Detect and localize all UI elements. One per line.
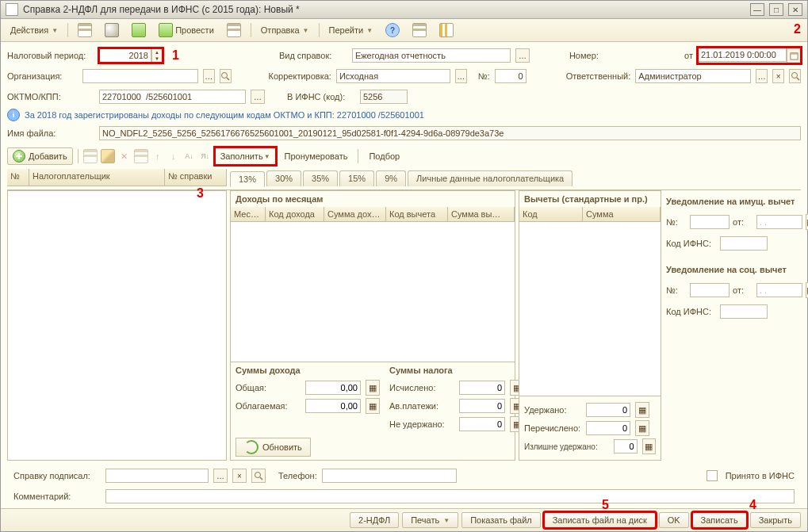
btn-close[interactable]: Закрыть bbox=[750, 512, 801, 528]
sum-hold[interactable] bbox=[586, 403, 630, 417]
toolbar-btn-reread[interactable] bbox=[127, 21, 151, 40]
tb2-icon-sort-desc[interactable]: Я↓ bbox=[199, 150, 212, 163]
svg-line-5 bbox=[797, 78, 799, 80]
btn-show-file[interactable]: Показать файл bbox=[461, 512, 541, 528]
notice-soc-num[interactable] bbox=[690, 283, 729, 297]
tab-30[interactable]: 30% bbox=[266, 170, 301, 186]
sum-over[interactable] bbox=[614, 439, 638, 454]
oktmo-choose[interactable]: … bbox=[251, 90, 265, 104]
calc-icon[interactable]: ▦ bbox=[366, 380, 380, 396]
sum-calc[interactable] bbox=[459, 381, 505, 395]
col-num[interactable]: № bbox=[7, 169, 29, 186]
inc-col-dsum[interactable]: Сумма вы… bbox=[448, 207, 515, 221]
tb2-icon-4[interactable] bbox=[134, 149, 148, 163]
tb2-icon-up[interactable]: ↑ bbox=[151, 150, 164, 163]
col-payer[interactable]: Налогоплательщик bbox=[29, 169, 165, 186]
tb2-icon-sort-asc[interactable]: A↓ bbox=[183, 150, 196, 163]
resp-search[interactable] bbox=[789, 69, 801, 83]
btn-2ndfl[interactable]: 2-НДФЛ bbox=[350, 512, 399, 528]
sum-adv[interactable] bbox=[459, 399, 505, 413]
refresh-button[interactable]: Обновить bbox=[236, 438, 311, 457]
date-input[interactable] bbox=[698, 48, 787, 62]
post-button[interactable]: Провести bbox=[154, 21, 219, 40]
close-button[interactable]: ✕ bbox=[788, 3, 802, 16]
tab-13[interactable]: 13% bbox=[230, 171, 265, 187]
sum-nothold[interactable] bbox=[459, 417, 505, 431]
resp-clear[interactable]: × bbox=[772, 69, 784, 83]
oktmo-input[interactable] bbox=[99, 90, 246, 104]
org-choose[interactable]: … bbox=[203, 69, 215, 83]
sum-taxable[interactable] bbox=[305, 399, 361, 413]
ded-col-code[interactable]: Код bbox=[519, 207, 583, 221]
notice-prop-ifns[interactable] bbox=[720, 236, 768, 251]
inc-col-code[interactable]: Код дохода bbox=[266, 207, 324, 221]
inc-col-dcode[interactable]: Код вычета bbox=[386, 207, 448, 221]
fill-button[interactable]: Заполнить▼ bbox=[215, 147, 276, 165]
goto-menu[interactable]: Перейти▼ bbox=[324, 21, 378, 40]
pick-button[interactable]: Подбор bbox=[363, 147, 405, 165]
toolbar-btn-save[interactable] bbox=[100, 21, 124, 40]
resp-choose[interactable]: … bbox=[756, 69, 768, 83]
maximize-button[interactable]: □ bbox=[769, 3, 783, 16]
tb2-icon-del[interactable]: ✕ bbox=[118, 150, 131, 163]
minimize-button[interactable]: — bbox=[750, 3, 764, 16]
sum-trans[interactable] bbox=[586, 421, 630, 435]
actions-menu[interactable]: Действия▼ bbox=[6, 21, 63, 40]
toolbar-extra-1[interactable] bbox=[408, 21, 431, 40]
tax-period-input[interactable] bbox=[99, 48, 151, 63]
date-picker-button[interactable] bbox=[787, 48, 801, 63]
add-button[interactable]: Добавить bbox=[7, 147, 73, 165]
tab-35[interactable]: 35% bbox=[303, 170, 338, 186]
notice-soc-date[interactable] bbox=[756, 283, 802, 297]
notice-prop-num[interactable] bbox=[690, 215, 729, 229]
toolbar-btn-cancel-post[interactable] bbox=[222, 21, 246, 40]
signed-input[interactable] bbox=[105, 469, 209, 483]
accepted-checkbox[interactable] bbox=[707, 470, 718, 481]
comment-input[interactable] bbox=[105, 489, 795, 503]
file-input bbox=[99, 126, 801, 140]
ded-col-sum[interactable]: Сумма bbox=[583, 207, 661, 221]
resp-input[interactable] bbox=[635, 69, 751, 83]
help-button[interactable]: ? bbox=[381, 21, 404, 40]
btn-save-file[interactable]: Записать файл на диск bbox=[544, 512, 656, 528]
num-short-input[interactable] bbox=[495, 69, 527, 83]
btn-save[interactable]: Записать bbox=[692, 512, 747, 528]
col-cert-no[interactable]: № справки bbox=[165, 169, 227, 186]
tab-personal[interactable]: Личные данные налогоплательщика bbox=[408, 170, 572, 186]
notice-prop-date[interactable] bbox=[756, 215, 802, 229]
signed-clear[interactable]: × bbox=[232, 469, 247, 483]
calc-icon[interactable]: ▦ bbox=[366, 398, 380, 414]
info-icon: i bbox=[7, 109, 20, 121]
signed-search[interactable] bbox=[251, 469, 266, 483]
adj-input[interactable] bbox=[336, 69, 450, 83]
inc-col-month[interactable]: Мес… bbox=[231, 207, 266, 221]
phone-input[interactable] bbox=[322, 469, 457, 483]
org-input[interactable] bbox=[82, 69, 198, 83]
deductions-grid[interactable] bbox=[519, 222, 661, 396]
income-grid[interactable] bbox=[231, 222, 515, 362]
tb2-icon-1[interactable] bbox=[83, 149, 98, 163]
btn-print[interactable]: Печать▼ bbox=[402, 512, 458, 528]
send-menu[interactable]: Отправка▼ bbox=[256, 21, 314, 40]
tb2-icon-down[interactable]: ↓ bbox=[167, 150, 180, 163]
signed-choose[interactable]: … bbox=[213, 469, 228, 483]
renumber-button[interactable]: Пронумеровать bbox=[279, 147, 354, 165]
oktmo-label: ОКТМО/КПП: bbox=[7, 92, 94, 101]
tb2-icon-edit[interactable] bbox=[101, 149, 115, 163]
sum-total[interactable] bbox=[305, 381, 361, 395]
tab-15[interactable]: 15% bbox=[339, 170, 374, 186]
tab-9[interactable]: 9% bbox=[376, 170, 406, 186]
notice-soc-ifns[interactable] bbox=[720, 304, 768, 319]
toolbar-extra-2[interactable] bbox=[435, 21, 458, 40]
number-label: Номер: bbox=[569, 51, 617, 60]
file-label: Имя файла: bbox=[7, 128, 94, 138]
btn-ok[interactable]: OK bbox=[659, 512, 689, 528]
cert-type-input[interactable] bbox=[352, 48, 511, 63]
employees-grid[interactable] bbox=[8, 191, 226, 460]
inc-col-sum[interactable]: Сумма дох… bbox=[324, 207, 386, 221]
tax-period-spinner[interactable]: ▲▼ bbox=[151, 48, 163, 63]
cert-type-choose[interactable]: … bbox=[515, 48, 530, 63]
org-search[interactable] bbox=[220, 69, 232, 83]
adj-choose[interactable]: … bbox=[455, 69, 467, 83]
toolbar-btn-1[interactable] bbox=[73, 21, 97, 40]
